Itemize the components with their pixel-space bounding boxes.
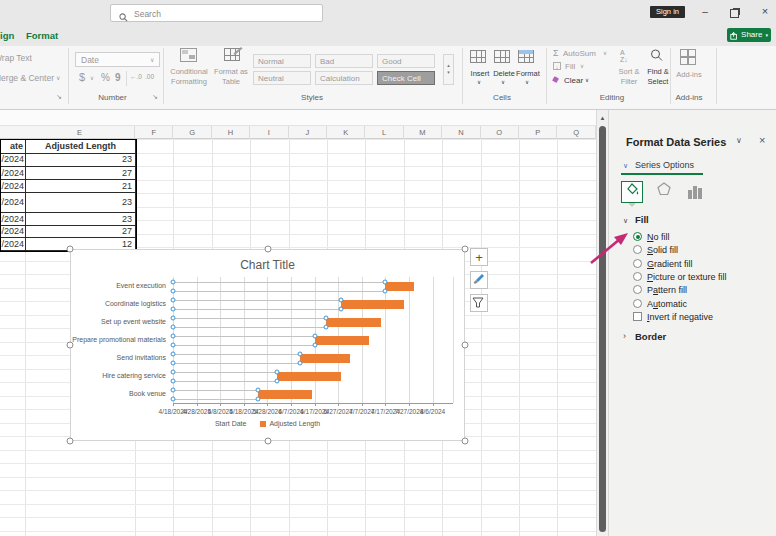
series-selection-handle[interactable] xyxy=(298,360,303,365)
currency-caret-icon[interactable]: ∨ xyxy=(90,76,94,82)
start-date-bar-outline[interactable] xyxy=(173,282,385,283)
radio-picture-or-texture-fill[interactable] xyxy=(633,272,642,281)
series-selection-handle[interactable] xyxy=(171,324,176,329)
chart-title[interactable]: Chart Title xyxy=(71,258,464,272)
table-cell-date[interactable]: 7/2024 xyxy=(0,237,26,251)
table-cell-length[interactable]: 21 xyxy=(25,179,136,193)
autosum-caret-icon[interactable]: ∨ xyxy=(603,51,607,57)
series-selection-handle[interactable] xyxy=(171,396,176,401)
series-selection-handle[interactable] xyxy=(171,342,176,347)
series-selection-handle[interactable] xyxy=(383,288,388,293)
fill-section-chevron-icon[interactable]: ∨ xyxy=(623,217,628,224)
radio-automatic[interactable] xyxy=(633,299,642,308)
table-header-date[interactable]: ate xyxy=(0,139,26,154)
series-selection-handle[interactable] xyxy=(171,288,176,293)
adjusted-length-bar[interactable] xyxy=(326,318,380,327)
share-button[interactable]: Share ▾ xyxy=(727,28,771,42)
series-selection-handle[interactable] xyxy=(298,351,303,356)
cell-style-bad[interactable]: Bad xyxy=(315,54,373,68)
series-selection-handle[interactable] xyxy=(324,324,329,329)
series-selection-handle[interactable] xyxy=(171,333,176,338)
start-date-bar-outline[interactable] xyxy=(173,372,277,373)
series-selection-handle[interactable] xyxy=(274,369,279,374)
format-caret-icon[interactable]: ∨ xyxy=(525,80,529,86)
series-selection-handle[interactable] xyxy=(324,315,329,320)
start-date-bar-outline[interactable] xyxy=(173,318,326,319)
table-cell-length[interactable]: 23 xyxy=(25,153,136,168)
chart-styles-button[interactable] xyxy=(470,271,488,289)
series-selection-handle[interactable] xyxy=(171,387,176,392)
series-options-chevron-icon[interactable]: ∨ xyxy=(623,162,628,169)
radio-pattern-fill[interactable] xyxy=(633,285,642,294)
add-ins-button[interactable]: Add-ins xyxy=(672,71,706,79)
series-selection-handle[interactable] xyxy=(338,297,343,302)
legend-start-date[interactable]: Start Date xyxy=(215,420,247,427)
table-cell-date[interactable]: 1/2024 xyxy=(0,166,26,180)
fill-option-no-fill[interactable]: No fill xyxy=(647,233,670,242)
alignment-dialog-launcher[interactable]: ↘ xyxy=(56,93,62,100)
adjusted-length-bar[interactable] xyxy=(300,354,350,363)
category-label[interactable]: Prepare promotional materials xyxy=(71,336,166,343)
tab-format[interactable]: Format xyxy=(26,31,58,41)
sign-in-button[interactable]: Sign in xyxy=(650,6,685,18)
adjusted-length-bar[interactable] xyxy=(258,390,312,399)
series-selection-handle[interactable] xyxy=(312,342,317,347)
category-label[interactable]: Hire catering service xyxy=(71,372,166,379)
adjusted-length-bar[interactable] xyxy=(341,300,405,309)
minimize-button[interactable]: – xyxy=(698,7,712,19)
chart-legend[interactable]: Start DateAdjusted Length xyxy=(71,420,464,427)
series-selection-handle[interactable] xyxy=(383,279,388,284)
start-date-bar-outline[interactable] xyxy=(173,381,277,382)
series-selection-handle[interactable] xyxy=(171,360,176,365)
vertical-scrollbar[interactable]: ▲ xyxy=(596,110,608,536)
table-cell-length[interactable]: 23 xyxy=(25,192,136,213)
start-date-bar-outline[interactable] xyxy=(173,399,258,400)
fill-option-picture-or-texture-fill[interactable]: Picture or texture fill xyxy=(647,273,727,282)
scroll-up-icon[interactable]: ▲ xyxy=(597,110,608,121)
series-selection-handle[interactable] xyxy=(171,315,176,320)
series-selection-handle[interactable] xyxy=(171,297,176,302)
series-selection-handle[interactable] xyxy=(171,351,176,356)
effects-tab[interactable] xyxy=(653,181,675,203)
table-cell-date[interactable]: 4/2024 xyxy=(0,153,26,168)
cell-style-normal[interactable]: Normal xyxy=(253,54,311,68)
format-as-table-button[interactable]: Format as Table xyxy=(207,68,255,85)
category-label[interactable]: Send invitations xyxy=(71,354,166,361)
number-dialog-launcher[interactable]: ↘ xyxy=(152,93,158,100)
data-table[interactable]: ateAdjusted Length4/2024231/2024271/2024… xyxy=(0,139,136,252)
series-selection-handle[interactable] xyxy=(255,387,260,392)
comma-style-button[interactable]: 9 xyxy=(115,73,121,83)
legend-adjusted-length[interactable]: Adjusted Length xyxy=(260,420,320,427)
number-format-dropdown[interactable]: Date ∨ xyxy=(75,52,160,67)
insert-caret-icon[interactable]: ∨ xyxy=(477,80,481,86)
adjusted-length-bar[interactable] xyxy=(385,282,413,291)
wrap-text-button[interactable]: Wrap Text xyxy=(0,54,32,63)
fill-option-pattern-fill[interactable]: Pattern fill xyxy=(647,286,687,295)
table-cell-date[interactable]: 7/2024 xyxy=(0,192,26,213)
border-section-label[interactable]: Border xyxy=(635,332,666,342)
series-options-tab[interactable] xyxy=(685,181,707,203)
category-label[interactable]: Coordinate logistics xyxy=(71,300,166,307)
cell-style-check-cell[interactable]: Check Cell xyxy=(377,71,435,85)
clear-button[interactable]: Clear xyxy=(564,77,583,85)
delete-caret-icon[interactable]: ∨ xyxy=(501,80,505,86)
decrease-decimal-icon[interactable]: .00 xyxy=(145,74,154,81)
adjusted-length-bar[interactable] xyxy=(277,372,341,381)
start-date-bar-outline[interactable] xyxy=(173,291,385,292)
tab-design[interactable]: ign xyxy=(0,31,14,41)
fill-caret-icon[interactable]: ∨ xyxy=(580,64,584,70)
series-selection-handle[interactable] xyxy=(338,306,343,311)
invert-if-negative-label[interactable]: Invert if negative xyxy=(647,313,713,322)
start-date-bar-outline[interactable] xyxy=(173,354,300,355)
gantt-chart[interactable]: Chart Title4/18/20244/28/20245/8/20245/1… xyxy=(70,249,465,441)
fill-line-tab[interactable] xyxy=(621,181,643,203)
series-selection-handle[interactable] xyxy=(274,378,279,383)
chart-filters-button[interactable] xyxy=(470,294,488,312)
fill-section-label[interactable]: Fill xyxy=(635,215,649,225)
scrollbar-thumb[interactable] xyxy=(599,126,606,532)
series-selection-handle[interactable] xyxy=(171,306,176,311)
category-label[interactable]: Event execution xyxy=(71,282,166,289)
series-selection-handle[interactable] xyxy=(255,396,260,401)
table-header-adjusted-length[interactable]: Adjusted Length xyxy=(25,139,136,154)
series-selection-handle[interactable] xyxy=(171,369,176,374)
